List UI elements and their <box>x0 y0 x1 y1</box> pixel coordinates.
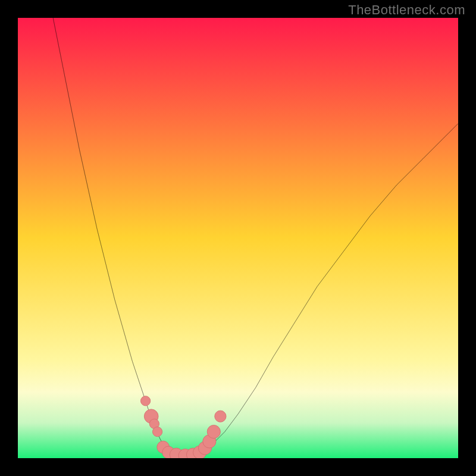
plot-area <box>18 18 458 458</box>
data-marker <box>152 427 162 436</box>
bottleneck-curve <box>53 18 458 456</box>
series-group <box>53 18 458 456</box>
curve-layer <box>18 18 458 458</box>
watermark-text: TheBottleneck.com <box>348 2 465 18</box>
bottleneck-curve <box>53 18 458 456</box>
data-marker <box>207 425 220 439</box>
chart-frame: TheBottleneck.com <box>0 0 476 476</box>
marker-group <box>140 396 226 458</box>
data-marker <box>215 411 226 422</box>
data-marker <box>140 396 150 406</box>
